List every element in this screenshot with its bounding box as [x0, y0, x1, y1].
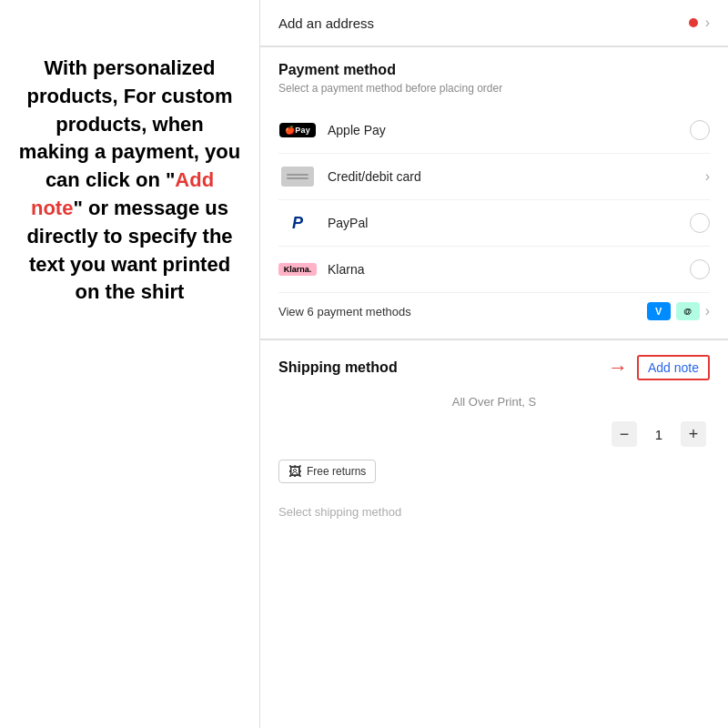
quantity-increase-button[interactable]: +: [681, 421, 706, 447]
payment-left-applepay: 🍎Pay Apple Pay: [278, 118, 386, 142]
payment-subtitle: Select a payment method before placing o…: [278, 82, 710, 95]
chevron-right-icon: ›: [705, 15, 710, 31]
shipping-header: Shipping method → Add note: [278, 355, 710, 380]
view-more-label: View 6 payment methods: [278, 305, 411, 318]
klarna-radio[interactable]: [690, 259, 710, 279]
add-address-label: Add an address: [278, 15, 374, 31]
payment-item-applepay[interactable]: 🍎Pay Apple Pay: [278, 107, 710, 154]
view-more-row[interactable]: View 6 payment methods V @ ›: [278, 293, 710, 324]
klarna-icon: Klarna.: [278, 258, 317, 281]
product-label: All Over Print, S: [278, 395, 710, 409]
right-panel: Add an address › Payment method Select a…: [259, 0, 728, 728]
quantity-row: − 1 +: [278, 421, 710, 447]
payment-item-creditcard[interactable]: Credit/debit card ›: [278, 154, 710, 200]
quantity-value: 1: [650, 427, 668, 442]
paypal-radio[interactable]: [690, 213, 710, 233]
address-row[interactable]: Add an address ›: [260, 0, 728, 46]
shipping-section: Shipping method → Add note All Over Prin…: [260, 340, 728, 533]
payment-item-klarna[interactable]: Klarna. Klarna: [278, 247, 710, 293]
payment-left-paypal: P PayPal: [278, 211, 368, 235]
free-returns-icon: 🖼: [288, 464, 301, 479]
view-more-icons: V @ ›: [647, 302, 710, 320]
afterpay-icon: @: [676, 302, 700, 320]
quantity-decrease-button[interactable]: −: [612, 421, 637, 447]
free-returns-badge: 🖼 Free returns: [278, 460, 710, 494]
payment-left-creditcard: Credit/debit card: [278, 165, 421, 188]
select-shipping-label: Select shipping method: [278, 505, 710, 519]
shipping-title: Shipping method: [278, 359, 398, 376]
paypal-icon: P: [278, 211, 317, 235]
add-note-area: → Add note: [608, 355, 710, 380]
address-row-right: ›: [689, 15, 710, 31]
add-note-highlight: Add note: [31, 168, 214, 219]
view-more-chevron-icon: ›: [705, 303, 710, 319]
venmo-icon: V: [647, 302, 671, 320]
applepay-icon: 🍎Pay: [278, 118, 317, 142]
klarna-label: Klarna: [328, 262, 364, 277]
payment-item-paypal[interactable]: P PayPal: [278, 200, 710, 247]
free-returns-label: Free returns: [307, 465, 366, 478]
applepay-label: Apple Pay: [328, 123, 386, 137]
red-dot-icon: [689, 18, 698, 27]
left-description: With personalized products, For custom p…: [18, 55, 241, 307]
left-panel: With personalized products, For custom p…: [0, 0, 259, 728]
add-note-button[interactable]: Add note: [637, 355, 710, 380]
creditcard-label: Credit/debit card: [328, 169, 421, 184]
creditcard-chevron-icon: ›: [705, 168, 710, 185]
payment-section: Payment method Select a payment method b…: [260, 47, 728, 339]
creditcard-icon: [278, 165, 317, 188]
applepay-radio[interactable]: [690, 120, 710, 140]
payment-left-klarna: Klarna. Klarna: [278, 258, 364, 281]
paypal-label: PayPal: [328, 216, 368, 230]
arrow-right-icon: →: [608, 356, 628, 379]
payment-title: Payment method: [278, 62, 710, 78]
